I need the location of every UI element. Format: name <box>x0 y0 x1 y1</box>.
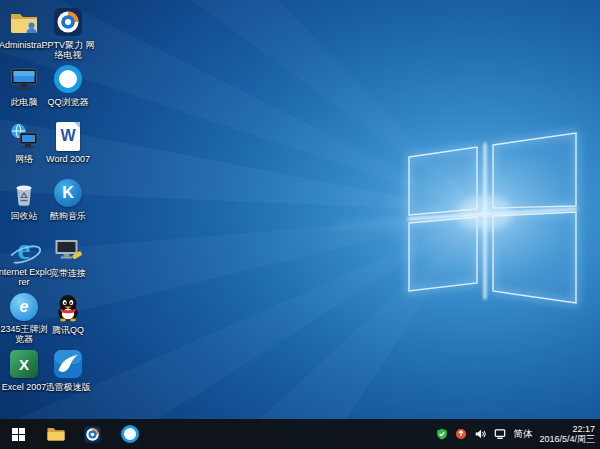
orange-app-icon[interactable] <box>455 428 467 440</box>
desktop-icon-qq-browser[interactable]: QQ浏览器 <box>46 59 90 116</box>
windows-logo-icon <box>12 428 25 441</box>
broadband-icon <box>52 234 84 266</box>
network-icon[interactable] <box>494 428 506 440</box>
desktop-icon-this-pc[interactable]: 此电脑 <box>2 59 46 116</box>
desktop-icon-network[interactable]: 网络 <box>2 116 46 173</box>
clock-date: 2016/5/4/周三 <box>539 434 595 445</box>
icon-label: PPTV聚力 网络电视 <box>40 40 96 60</box>
icon-label: Word 2007 <box>40 154 96 164</box>
ime-indicator[interactable]: 简体 <box>513 428 532 441</box>
taskbar-file-explorer[interactable] <box>37 419 74 449</box>
kugou-glyph: K <box>54 179 82 207</box>
taskbar-clock[interactable]: 22:17 2016/5/4/周三 <box>539 424 595 445</box>
recycle-bin-icon <box>8 177 40 209</box>
administrator-folder-icon <box>8 6 40 38</box>
desktop-icon-recycle-bin[interactable]: 回收站 <box>2 173 46 230</box>
desktop-icon-tencent-qq[interactable]: 腾讯QQ <box>46 287 90 344</box>
desktop-icon-excel-2007[interactable]: X Excel 2007 <box>2 344 46 401</box>
desktop-icon-kugou-music[interactable]: K 酷狗音乐 <box>46 173 90 230</box>
word-icon: W <box>52 120 84 152</box>
volume-icon[interactable] <box>474 428 487 440</box>
desktop-icon-pptv[interactable]: PPTV聚力 网络电视 <box>46 2 90 59</box>
system-tray: 简体 22:17 2016/5/4/周三 <box>436 419 600 449</box>
2345-glyph: e <box>10 293 38 321</box>
start-button[interactable] <box>0 419 37 449</box>
excel-glyph: X <box>10 350 38 378</box>
desktop: Administra... 此电脑 <box>0 0 600 449</box>
qq-browser-icon <box>121 425 139 443</box>
internet-explorer-icon: e <box>8 234 40 265</box>
qq-browser-icon <box>52 63 84 95</box>
green-shield-icon[interactable] <box>436 428 448 440</box>
taskbar: 简体 22:17 2016/5/4/周三 <box>0 419 600 449</box>
thunder-icon <box>52 348 84 380</box>
taskbar-pptv[interactable] <box>74 419 111 449</box>
network-icon <box>8 120 40 152</box>
pptv-icon <box>52 6 84 38</box>
icon-label: 酷狗音乐 <box>40 211 96 221</box>
excel-icon: X <box>8 348 40 380</box>
qq-penguin-icon <box>52 291 84 323</box>
icon-label: 迅雷极速版 <box>40 382 96 392</box>
desktop-icon-thunder[interactable]: 迅雷极速版 <box>46 344 90 401</box>
taskbar-qq-browser[interactable] <box>111 419 148 449</box>
desktop-icon-broadband[interactable]: 宽带连接 <box>46 230 90 287</box>
clock-time: 22:17 <box>572 424 595 435</box>
desktop-icon-word-2007[interactable]: W Word 2007 <box>46 116 90 173</box>
desktop-icon-grid: Administra... 此电脑 <box>2 2 90 401</box>
file-explorer-icon <box>46 424 66 444</box>
pptv-icon <box>83 425 102 444</box>
desktop-icon-internet-explorer[interactable]: e Internet Explorer <box>2 230 46 287</box>
desktop-icon-2345-browser[interactable]: e 2345王牌浏览器 <box>2 287 46 344</box>
word-glyph: W <box>60 127 75 145</box>
2345-browser-icon: e <box>8 291 40 322</box>
kugou-icon: K <box>52 177 84 209</box>
icon-label: 宽带连接 <box>40 268 96 278</box>
icon-label: QQ浏览器 <box>40 97 96 107</box>
this-pc-icon <box>8 63 40 95</box>
icon-label: 腾讯QQ <box>40 325 96 335</box>
